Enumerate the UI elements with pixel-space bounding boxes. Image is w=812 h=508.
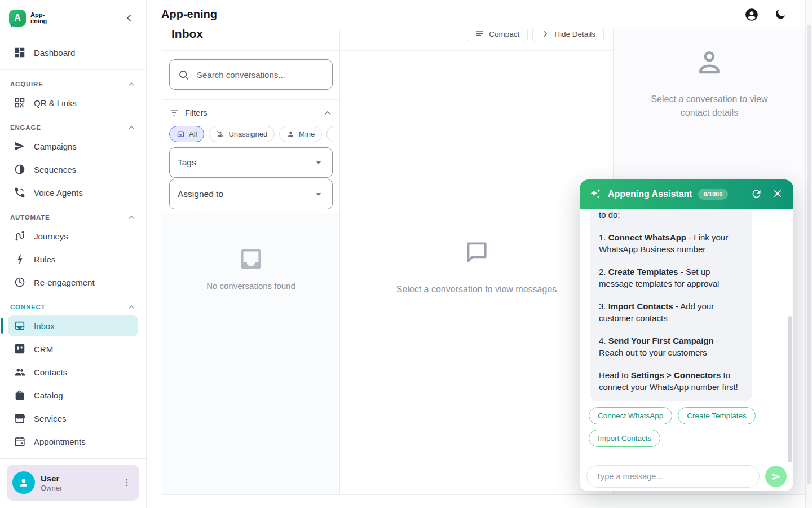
assistant-title: Appening Assistant [608,189,692,199]
topbar: App-ening [147,0,812,29]
quick-action-create-templates[interactable]: Create Templates [678,407,756,424]
messages-empty-text: Select a conversation to view messages [396,284,557,295]
sidebar-item-catalog[interactable]: Catalog [8,384,138,406]
dots-vertical-icon [122,478,132,488]
filters-toggle[interactable]: Filters [169,105,333,121]
sidebar-header: A App-ening [0,0,146,36]
sidebar-item-qr-links[interactable]: QR & Links [8,92,138,113]
filter-chip-mine[interactable]: Mine [279,126,322,142]
filter-chip-unassigned[interactable]: Unassigned [209,126,275,142]
filter-chip-unread[interactable]: Unread [326,126,333,142]
topbar-actions [744,7,788,22]
chat-bubble-icon [462,238,491,266]
caret-down-icon [313,157,324,168]
search-box[interactable] [169,59,333,90]
search-input[interactable] [197,70,324,80]
tags-select[interactable]: Tags [169,147,333,178]
sidebar: A App-ening Dashboard ACQUIRE [0,0,147,508]
assistant-send-button[interactable] [765,466,787,487]
sidebar-item-voice-agents[interactable]: Voice Agents [8,182,138,203]
list-compact-icon [475,29,484,38]
sidebar-item-inbox[interactable]: Inbox [8,315,138,336]
sidebar-item-crm[interactable]: CRM [8,338,138,360]
kanban-icon [14,343,26,355]
assistant-scrollbar-thumb[interactable] [788,316,792,462]
inbox-title: Inbox [171,29,330,42]
search-wrap [162,51,339,100]
sidebar-item-dashboard[interactable]: Dashboard [8,42,138,63]
assistant-header: Appening Assistant 0/1000 [580,179,793,209]
inbox-panel: Inbox Filters All [162,29,340,495]
compact-button[interactable]: Compact [467,29,528,43]
person-off-icon [216,130,224,138]
search-icon [178,69,189,81]
chevron-up-icon [127,123,136,132]
chevron-up-icon [127,303,136,312]
assistant-widget: Appening Assistant 0/1000 to do:1. Conne… [580,179,793,491]
app-logo-text: App-ening [30,12,47,24]
close-button[interactable] [772,188,784,200]
sidebar-item-rules[interactable]: Rules [8,248,138,270]
chat-icon [176,130,185,138]
qr-code-icon [14,97,26,109]
chevron-right-icon [541,29,550,38]
messages-empty-state: Select a conversation to view messages [340,238,613,295]
no-conversations-text: No conversations found [206,281,295,291]
quick-action-import-contacts[interactable]: Import Contacts [589,430,660,447]
quick-action-connect-whatsapp[interactable]: Connect WhatsApp [589,407,672,424]
phone-icon [14,186,26,199]
assistant-footer [580,462,793,491]
sidebar-footer: User Owner [0,458,146,508]
sidebar-section-acquire[interactable]: ACQUIRE [8,76,138,92]
sidebar-item-re-engagement[interactable]: Re-engagement [8,271,138,293]
sidebar-divider [0,69,146,70]
active-indicator [1,318,3,334]
sidebar-item-services[interactable]: Services [8,408,138,429]
filter-icon [169,108,179,118]
person-outline-icon [694,47,725,78]
dashboard-icon [14,46,26,59]
shopping-bag-icon [14,389,26,401]
sidebar-item-sequences[interactable]: Sequences [8,159,138,180]
sidebar-item-contacts[interactable]: Contacts [8,361,138,383]
sidebar-item-appointments[interactable]: Appointments [8,431,138,452]
sidebar-item-campaigns[interactable]: Campaigns [8,135,138,157]
refresh-button[interactable] [751,188,763,200]
user-menu-button[interactable] [120,476,134,489]
filters-section: Filters All Unassigned [162,100,339,147]
moon-icon [774,7,787,21]
select-row: Tags Assigned to [162,147,339,209]
sidebar-item-journeys[interactable]: Journeys [8,225,138,247]
sidebar-collapse-button[interactable] [121,10,137,26]
filters-label: Filters [185,108,207,117]
dark-mode-toggle[interactable] [774,7,788,22]
chevron-left-icon [123,12,135,24]
assigned-to-select[interactable]: Assigned to [169,179,333,209]
contact-details-empty-text: Select a conversation to view contact de… [642,93,777,120]
assistant-message-input[interactable] [586,465,760,488]
clock-icon [14,276,26,288]
send-icon [14,140,26,152]
people-icon [14,366,26,378]
page-scrollbar[interactable] [805,0,812,508]
chevron-up-icon [127,80,136,89]
app-logo-icon: A [9,10,26,27]
assistant-counter-badge: 0/1000 [698,189,729,200]
conversation-list-empty: No conversations found [162,213,339,494]
hide-details-button[interactable]: Hide Details [532,29,604,43]
account-circle-icon [744,7,759,22]
filter-chip-all[interactable]: All [169,126,204,142]
sidebar-section-automate[interactable]: AUTOMATE [8,209,138,225]
account-button[interactable] [744,7,759,22]
user-card[interactable]: User Owner [7,465,139,501]
inbox-title-wrap: Inbox [162,29,339,51]
chevron-up-icon [323,108,333,118]
page-title: App-ening [161,8,217,21]
messages-panel: Compact Hide Details Select a conversati… [340,29,614,495]
sidebar-section-engage[interactable]: ENGAGE [8,120,138,135]
page-scrollbar-thumb[interactable] [807,25,811,484]
inbox-icon [14,319,26,332]
sidebar-nav: Dashboard ACQUIRE QR & Links ENGAGE C [0,36,146,458]
assistant-body: to do:1. Connect WhatsApp - Link your Wh… [580,209,793,462]
sidebar-section-connect[interactable]: CONNECT [8,299,138,315]
